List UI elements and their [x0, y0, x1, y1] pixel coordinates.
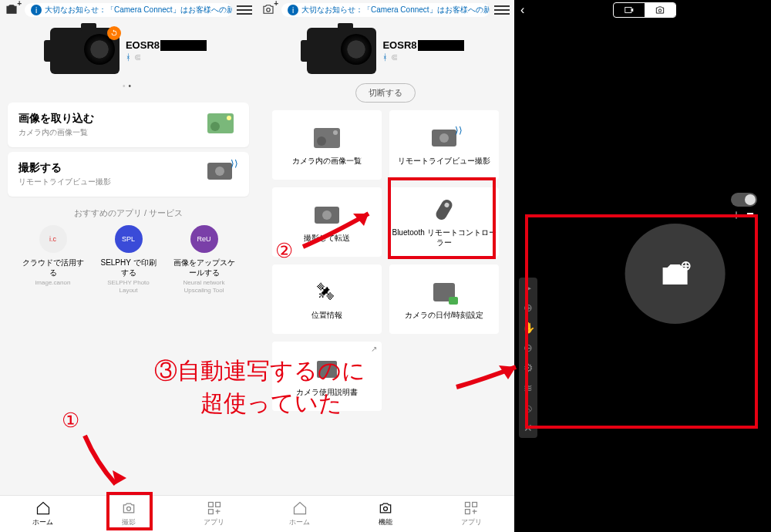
tile-label: 位置情報	[311, 310, 342, 320]
info-icon: i	[31, 5, 42, 15]
rec-title: 画像をアップスケールする	[173, 258, 235, 278]
redacted-serial	[160, 40, 207, 51]
bluetooth-icon: ᚼ	[382, 52, 388, 62]
mode-segmented[interactable]	[613, 2, 676, 18]
tab-home[interactable]: ホーム	[0, 496, 86, 532]
close-icon[interactable]: ✕	[524, 421, 533, 435]
top-bar: + i 大切なお知らせ：「Camera Connect」はお客様への新機...	[257, 0, 514, 20]
svg-point-5	[267, 8, 271, 12]
camera-transfer-icon	[315, 202, 339, 228]
rec-icon: i.c	[39, 225, 67, 253]
svg-rect-8	[473, 503, 477, 507]
screen-functions: + i 大切なお知らせ：「Camera Connect」はお客様への新機... …	[257, 0, 514, 532]
plus-icon[interactable]: ⊕	[524, 301, 533, 315]
card-subtitle: カメラ内の画像一覧	[19, 127, 94, 138]
tile-label: 撮影して転送	[304, 233, 350, 243]
menu-icon[interactable]	[494, 5, 510, 15]
remote-icon	[439, 197, 449, 223]
tab-label: アプリ	[461, 517, 482, 527]
camera-hero: EOSR8 ᚼ ⋐	[257, 20, 514, 79]
rec-sub: image.canon	[22, 279, 84, 287]
menu-icon[interactable]	[237, 5, 252, 15]
tab-home[interactable]: ホーム	[257, 496, 342, 532]
card-title: 撮影する	[19, 161, 111, 175]
bluetooth-icon: ᚼ	[126, 52, 131, 62]
svg-point-1	[126, 507, 130, 510]
segment-photo[interactable]	[645, 3, 675, 17]
af-toggle[interactable]	[731, 193, 757, 207]
play-icon[interactable]: ▸	[526, 281, 531, 295]
card-shoot[interactable]: 撮影する リモートライブビュー撮影 ⟩⟩	[8, 152, 249, 197]
tab-apps[interactable]: アプリ	[429, 496, 514, 532]
notice-banner[interactable]: i 大切なお知らせ：「Camera Connect」はお客様への新機...	[25, 3, 232, 17]
tab-label: アプリ	[204, 517, 224, 527]
annotation-arrow-1	[77, 432, 131, 493]
rec-item-upscale[interactable]: ReU 画像をアップスケールする Neural network Upscalin…	[173, 225, 235, 294]
recommendations-title: おすすめのアプリ / サービス	[0, 207, 257, 219]
rec-title: クラウドで活用する	[22, 258, 84, 278]
rec-item-selphy[interactable]: SPL SELPHY で印刷する SELPHY Photo Layout	[98, 225, 160, 294]
back-icon[interactable]: ‹	[520, 3, 524, 17]
camera-name: EOSR8	[382, 39, 416, 51]
tile-label: リモートライブビュー撮影	[398, 156, 490, 166]
add-camera-icon[interactable]: +	[5, 2, 20, 18]
tab-label: ホーム	[289, 517, 310, 527]
remote-camera-icon: ⟩⟩	[207, 163, 238, 186]
tile-datetime[interactable]: カメラの日付/時刻設定	[389, 264, 499, 334]
tile-remote-liveview[interactable]: ⟩⟩ リモートライブビュー撮影	[389, 110, 499, 180]
add-camera-icon[interactable]: +	[261, 2, 277, 18]
page-dots[interactable]: ••	[0, 79, 257, 98]
card-subtitle: リモートライブビュー撮影	[19, 177, 111, 187]
segment-video[interactable]	[614, 3, 645, 17]
tile-location[interactable]: 位置情報	[272, 264, 382, 334]
camera-image	[50, 28, 120, 74]
top-bar: ‹	[514, 0, 771, 20]
gear-icon[interactable]: ⚙	[524, 361, 534, 375]
rec-item-imagecanon[interactable]: i.c クラウドで活用する image.canon	[22, 225, 84, 294]
rec-title: SELPHY で印刷する	[98, 258, 160, 278]
notice-text: 大切なお知らせ：「Camera Connect」はお客様への新機...	[301, 5, 490, 15]
wave-icon[interactable]: ≋	[524, 381, 533, 395]
tile-manual[interactable]: ↗ カメラ使用説明書	[272, 342, 382, 411]
tile-label: カメラ使用説明書	[296, 387, 358, 397]
hand-icon[interactable]: ✋	[522, 321, 535, 335]
wifi-icon: ⋐	[134, 52, 141, 62]
remote-camera-icon: ⟩⟩	[432, 125, 456, 151]
camera-image	[307, 28, 376, 74]
external-link-icon: ↗	[371, 345, 377, 353]
svg-rect-9	[466, 510, 470, 514]
notice-banner[interactable]: i 大切なお知らせ：「Camera Connect」はお客様への新機...	[281, 3, 490, 17]
tab-label: ホーム	[32, 517, 53, 527]
eye-off-icon[interactable]: ⦸	[525, 401, 532, 415]
rec-sub: Neural network Upscaling Tool	[173, 279, 235, 294]
tab-functions[interactable]: 機能	[342, 496, 428, 532]
book-icon	[317, 356, 337, 382]
camera-info: EOSR8 ᚼ ⋐	[126, 39, 207, 62]
tile-images-on-camera[interactable]: カメラ内の画像一覧	[272, 110, 382, 180]
tool-column: ▸ ⊕ ✋ ⊖ ⚙ ≋ ⦸ ✕	[519, 278, 537, 438]
card-title: 画像を取り込む	[19, 112, 94, 126]
tile-shoot-transfer[interactable]: 撮影して転送	[272, 187, 382, 257]
svg-rect-2	[208, 503, 213, 507]
svg-rect-4	[208, 510, 213, 514]
screen-bt-remote: ‹ ▸ ⊕ ✋ ⊖ ⚙ ≋ ⦸ ✕	[514, 0, 771, 532]
bottom-tabs: ホーム 撮影 アプリ	[0, 495, 257, 532]
disconnect-button[interactable]: 切断する	[355, 83, 416, 103]
card-import-images[interactable]: 画像を取り込む カメラ内の画像一覧	[8, 103, 249, 147]
refresh-badge-icon[interactable]	[107, 26, 121, 40]
tile-bluetooth-remote[interactable]: Bluetooth リモートコントローラー	[389, 187, 499, 257]
function-grid: カメラ内の画像一覧 ⟩⟩ リモートライブビュー撮影 撮影して転送 Bluetoo…	[257, 110, 514, 426]
tab-apps[interactable]: アプリ	[171, 496, 257, 532]
tile-label: カメラの日付/時刻設定	[405, 310, 484, 320]
tile-label: Bluetooth リモートコントローラー	[389, 227, 499, 247]
redacted-serial	[418, 40, 464, 51]
camera-name: EOSR8	[126, 39, 160, 51]
annotation-number-1: ①	[62, 409, 79, 433]
camera-info: EOSR8 ᚼ ⋐	[382, 39, 463, 62]
shutter-button[interactable]	[625, 224, 725, 324]
tab-shoot[interactable]: 撮影	[86, 496, 171, 532]
minus-icon[interactable]: ⊖	[524, 341, 533, 355]
satellite-icon	[317, 279, 337, 305]
camera-hero: EOSR8 ᚼ ⋐	[0, 20, 257, 79]
tile-label: カメラ内の画像一覧	[292, 156, 362, 166]
